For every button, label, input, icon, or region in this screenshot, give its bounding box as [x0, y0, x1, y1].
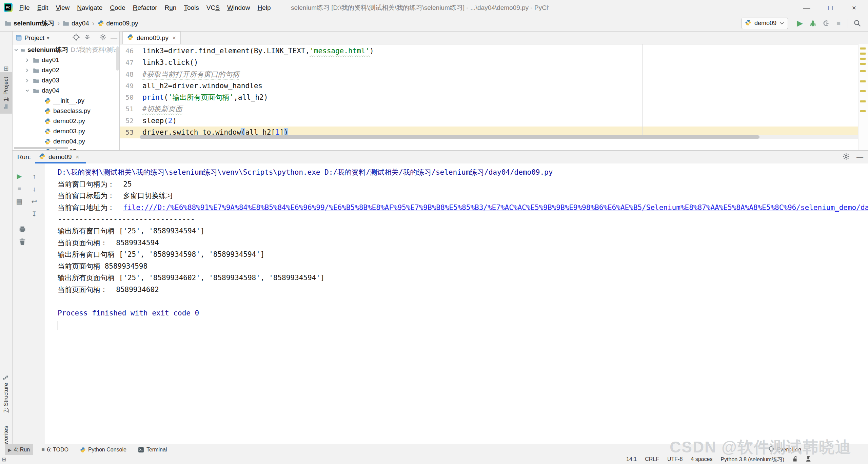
chevron-right-icon[interactable] — [24, 68, 31, 73]
menu-code[interactable]: Code — [106, 4, 129, 12]
tool-tab-project[interactable]: 1: Project — [0, 72, 12, 114]
tree-item-__init__.py[interactable]: __init__.py — [13, 96, 119, 106]
inspection-mark[interactable] — [860, 100, 866, 102]
project-panel-title[interactable]: Project — [24, 34, 44, 42]
clear-all-icon[interactable] — [18, 238, 26, 246]
menu-window[interactable]: Window — [223, 4, 254, 12]
tree-item-baseclass.py[interactable]: baseclass.py — [13, 106, 119, 116]
inspection-mark[interactable] — [860, 110, 866, 112]
hide-panel-icon[interactable]: — — [856, 153, 863, 161]
code-line-47[interactable]: link3.click() — [142, 57, 374, 68]
code-line-50[interactable]: print('输出所有页面句柄',all_h2) — [142, 92, 374, 103]
user-avatar-icon[interactable] — [806, 456, 811, 463]
toolwindow-python-console[interactable]: Python Console — [77, 444, 130, 455]
minimize-button[interactable]: — — [795, 0, 818, 15]
chevron-down-icon[interactable] — [14, 48, 18, 52]
editor-tab-demo09[interactable]: demo09.py × — [122, 32, 181, 44]
tree-item-day03[interactable]: day03 — [13, 75, 119, 85]
tool-tab-structure[interactable]: 7: Structure — [0, 372, 12, 415]
search-everywhere-icon[interactable] — [851, 19, 864, 27]
down-stacktrace-icon[interactable]: ↓ — [30, 185, 38, 193]
chevron-right-icon[interactable] — [24, 58, 31, 62]
gear-icon[interactable] — [99, 34, 106, 42]
debug-button[interactable] — [806, 19, 819, 27]
code-line-51[interactable]: #切换新页面 — [142, 103, 374, 115]
code-line-48[interactable]: #获取当前打开所有窗口的句柄 — [142, 69, 374, 80]
chevron-down-icon[interactable]: ▾ — [47, 35, 49, 41]
chevron-right-icon[interactable] — [24, 78, 31, 83]
scrollbar-thumb[interactable] — [140, 135, 760, 139]
run-tab-demo09[interactable]: demo09 × — [35, 151, 83, 163]
toolwindow-toggle-icon[interactable]: ⊞ — [2, 455, 6, 464]
vertical-scrollbar[interactable] — [116, 47, 119, 71]
gear-icon[interactable] — [843, 153, 850, 161]
code-area[interactable]: 4647484950515253 link3=driver.find_eleme… — [120, 44, 859, 150]
inspection-mark[interactable] — [860, 53, 866, 55]
inspection-mark[interactable] — [860, 80, 866, 82]
menu-run[interactable]: Run — [161, 4, 180, 12]
collapse-all-icon[interactable] — [84, 34, 91, 42]
stop-button[interactable]: ■ — [832, 16, 845, 31]
locate-file-icon[interactable] — [73, 34, 80, 42]
console-link[interactable]: file:///D:/%E6%88%91%E7%9A%84%E8%B5%84%E… — [123, 204, 868, 212]
status-item[interactable]: 14:1 — [626, 456, 637, 463]
status-item[interactable]: Python 3.8 (selenium练习) — [721, 456, 784, 463]
breadcrumb-item[interactable]: day04 — [63, 20, 89, 27]
run-button[interactable]: ▶ — [793, 16, 806, 31]
inspection-mark[interactable] — [860, 58, 866, 60]
close-icon[interactable]: × — [172, 34, 176, 42]
tree-item-demo02.py[interactable]: demo02.py — [13, 116, 119, 126]
up-stacktrace-icon[interactable]: ↑ — [30, 172, 38, 180]
inspection-mark[interactable] — [860, 47, 866, 50]
horizontal-scrollbar[interactable] — [14, 147, 68, 149]
maximize-button[interactable]: □ — [818, 0, 842, 15]
code-line-52[interactable]: sleep(2) — [142, 115, 374, 127]
stop-button[interactable]: ■ — [15, 185, 23, 193]
toolwindow-4-run[interactable]: ▶4: Run — [5, 444, 33, 455]
close-button[interactable]: × — [842, 0, 866, 15]
inspection-mark[interactable] — [860, 90, 866, 92]
menu-navigate[interactable]: Navigate — [73, 4, 106, 12]
python-icon — [80, 447, 86, 453]
horizontal-scrollbar[interactable] — [140, 135, 859, 139]
scroll-to-end-icon[interactable]: ↧ — [30, 210, 38, 218]
rerun-button[interactable]: ▶ — [15, 172, 23, 180]
toolwindow-6-todo[interactable]: ≡6: TODO — [38, 444, 72, 455]
menu-edit[interactable]: Edit — [34, 4, 52, 12]
restore-layout-icon[interactable]: ▤ — [15, 197, 23, 206]
hide-panel-icon[interactable]: — — [111, 34, 117, 42]
tree-item-day02[interactable]: day02 — [13, 65, 119, 75]
print-icon[interactable] — [18, 225, 26, 233]
menu-file[interactable]: File — [16, 4, 34, 12]
toolwindow-event-log[interactable]: Event Log — [768, 444, 801, 455]
code-line-49[interactable]: all_h2=driver.window_handles — [142, 80, 374, 92]
code-line-46[interactable]: link3=driver.find_element(By.LINK_TEXT,'… — [142, 45, 374, 57]
soft-wrap-icon[interactable]: ↩ — [30, 197, 38, 206]
menu-help[interactable]: Help — [254, 4, 274, 12]
menu-refactor[interactable]: Refactor — [129, 4, 161, 12]
event-log-icon — [768, 446, 774, 453]
tree-item-demo03.py[interactable]: demo03.py — [13, 126, 119, 136]
status-item[interactable]: 4 spaces — [691, 456, 712, 463]
status-item[interactable]: CRLF — [645, 456, 659, 463]
close-icon[interactable]: × — [76, 153, 79, 161]
tree-item-day01[interactable]: day01 — [13, 55, 119, 65]
breadcrumb-item[interactable]: selenium练习 — [5, 19, 54, 28]
inspection-mark[interactable] — [860, 70, 866, 72]
run-with-coverage-button[interactable] — [819, 19, 832, 27]
breadcrumb-item[interactable]: demo09.py — [98, 20, 138, 27]
run-console[interactable]: D:\我的资料\测试相关\我的练习\selenium练习\venv\Script… — [44, 163, 868, 444]
tree-item-demo04.py[interactable]: demo04.py — [13, 136, 119, 147]
tree-item-selenium练习[interactable]: selenium练习 D:\我的资料\测试 — [13, 45, 119, 55]
menu-view[interactable]: View — [52, 4, 73, 12]
toolwindow-terminal[interactable]: Terminal — [135, 444, 170, 455]
status-item[interactable]: UTF-8 — [667, 456, 683, 463]
inspection-mark[interactable] — [860, 63, 866, 65]
window-management-icon[interactable]: ⊞ — [0, 65, 12, 72]
run-config-selector[interactable]: demo09 — [742, 18, 788, 29]
tree-item-day04[interactable]: day04 — [13, 85, 119, 96]
menu-vcs[interactable]: VCS — [203, 4, 223, 12]
chevron-down-icon[interactable] — [24, 89, 31, 93]
menu-tools[interactable]: Tools — [180, 4, 202, 12]
lock-icon[interactable] — [792, 456, 797, 463]
